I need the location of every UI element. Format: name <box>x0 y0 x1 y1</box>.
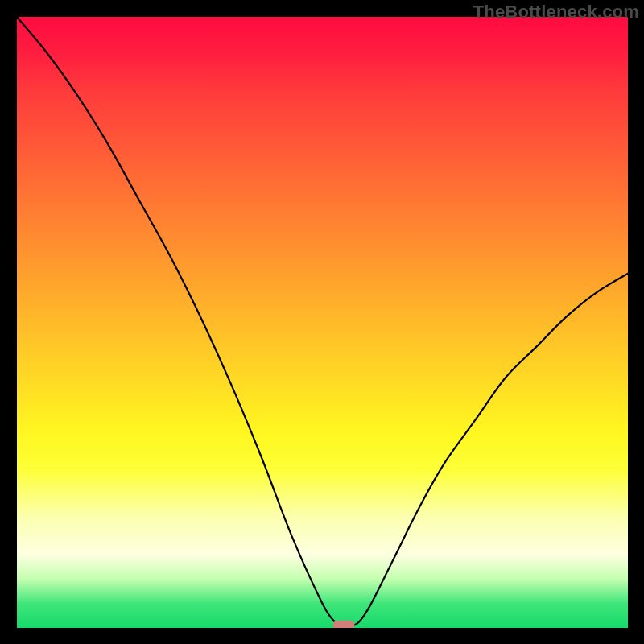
chart-frame: TheBottleneck.com <box>0 0 644 644</box>
bottleneck-curve-path <box>17 17 628 628</box>
plot-area <box>17 17 628 628</box>
curve-layer <box>17 17 628 628</box>
watermark-text: TheBottleneck.com <box>473 2 639 23</box>
minimum-marker <box>333 621 355 628</box>
